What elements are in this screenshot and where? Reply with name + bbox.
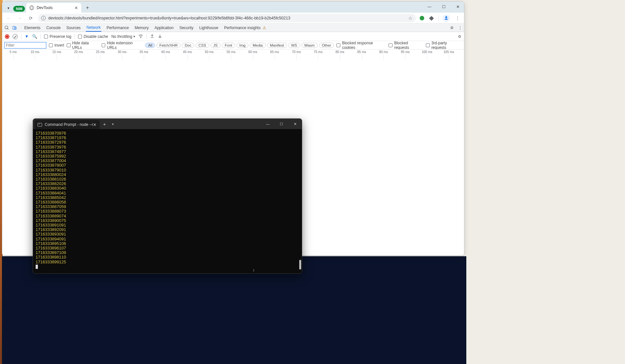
cmd-output[interactable]: 1716333870976171633387197617163338729761… <box>33 129 302 273</box>
nav-reload-button[interactable]: ⟳ <box>27 14 35 22</box>
timeline-tick-label: 60 ms <box>248 50 257 54</box>
extensions-puzzle-icon[interactable] <box>429 15 435 21</box>
hide-extension-urls-checkbox[interactable]: Hide extension URLs <box>102 41 143 50</box>
omnibox[interactable]: i devtools://devtools/bundled/inspector.… <box>38 14 416 22</box>
type-pill-font[interactable]: Font <box>222 43 235 48</box>
tab-performance[interactable]: Performance <box>106 24 130 32</box>
cmd-output-line: 1716333871976 <box>36 136 299 140</box>
cmd-cursor-line <box>36 264 299 269</box>
timeline-tick-label: 20 ms <box>74 50 83 54</box>
timeline-tick-label: 5 ms <box>10 50 17 54</box>
tab-sources[interactable]: Sources <box>66 24 81 32</box>
cmd-new-tab-button[interactable]: + <box>100 119 109 129</box>
tab-lighthouse[interactable]: Lighthouse <box>199 24 219 32</box>
network-conditions-icon[interactable] <box>138 34 143 39</box>
bookmark-star-icon[interactable]: ☆ <box>408 16 413 21</box>
nav-back-button[interactable]: ← <box>5 14 13 22</box>
new-tab-button[interactable]: + <box>83 4 92 12</box>
cmd-output-line: 1716333881026 <box>36 177 299 182</box>
clear-button[interactable] <box>13 34 18 39</box>
cmd-minimize-button[interactable]: — <box>261 119 275 129</box>
device-toolbar-icon[interactable] <box>12 25 17 30</box>
hide-data-urls-checkbox[interactable]: Hide data URLs <box>67 41 99 50</box>
cmd-titlebar[interactable]: Command Prompt - node --i ✕ + ▾ — ☐ ✕ <box>33 119 302 129</box>
cmd-scrollbar-thumb[interactable] <box>299 260 301 270</box>
blocked-cookies-checkbox[interactable]: Blocked response cookies <box>336 41 386 50</box>
cmd-tab-close-button[interactable]: ✕ <box>93 122 97 127</box>
timeline-tick-label: 90 ms <box>379 50 388 54</box>
cmd-output-line: 1716333884041 <box>36 191 299 195</box>
devtools-menu-button[interactable]: ⋮ <box>458 26 462 30</box>
timeline-tick-label: 75 ms <box>314 50 323 54</box>
cmd-output-line: 1716333893091 <box>36 232 299 237</box>
type-pill-all[interactable]: All <box>145 43 155 48</box>
type-pill-fetchxhr[interactable]: Fetch/XHR <box>156 43 180 48</box>
type-pill-css[interactable]: CSS <box>196 43 209 48</box>
search-icon[interactable]: 🔍 <box>32 34 37 39</box>
network-toolbar: ▼ 🔍 Preserve log Disable cache No thrott… <box>2 32 464 41</box>
import-har-icon[interactable] <box>150 34 154 39</box>
separator <box>146 34 147 39</box>
type-pill-doc[interactable]: Doc <box>182 43 194 48</box>
tab-security[interactable]: Security <box>179 24 194 32</box>
timeline-tick-label: 15 ms <box>52 50 61 54</box>
browser-tab-devtools[interactable]: DevTools ✕ <box>26 3 81 13</box>
filter-toggle-icon[interactable]: ▼ <box>25 34 29 39</box>
type-pill-wasm[interactable]: Wasm <box>301 43 318 48</box>
third-party-checkbox[interactable]: 3rd-party requests <box>426 41 462 50</box>
type-pill-ws[interactable]: WS <box>288 43 300 48</box>
inspect-element-icon[interactable] <box>4 25 9 30</box>
cmd-tab-dropdown[interactable]: ▾ <box>109 119 117 129</box>
tab-search-button[interactable]: ▾ <box>5 5 12 12</box>
window-minimize-button[interactable]: — <box>425 3 434 11</box>
type-pill-manifest[interactable]: Manifest <box>267 43 287 48</box>
network-filter-row: Invert Hide data URLs Hide extension URL… <box>2 41 464 50</box>
resize-handle-icon[interactable]: ↕ <box>253 268 255 272</box>
devtools-panel-tabs: Elements Console Sources Network Perform… <box>2 24 464 32</box>
window-close-button[interactable]: ✕ <box>453 3 463 11</box>
tab-elements[interactable]: Elements <box>24 24 41 32</box>
type-pill-other[interactable]: Other <box>319 43 334 48</box>
cmd-close-button[interactable]: ✕ <box>288 119 302 129</box>
svg-point-4 <box>141 37 141 38</box>
cmd-tab[interactable]: Command Prompt - node --i ✕ <box>34 120 100 129</box>
chrome-menu-button[interactable]: ⋮ <box>454 14 461 22</box>
nim-extension-badge[interactable]: NiM <box>13 6 25 12</box>
disable-cache-checkbox[interactable]: Disable cache <box>78 34 108 39</box>
timeline-tick-label: 50 ms <box>205 50 213 54</box>
invert-checkbox[interactable]: Invert <box>49 43 64 48</box>
extension-nim-icon[interactable] <box>419 15 425 21</box>
tab-performance-insights[interactable]: Performance insights <box>223 24 261 32</box>
timeline-tick-label: 35 ms <box>140 50 148 54</box>
cmd-maximize-button[interactable]: ☐ <box>275 119 288 129</box>
type-pill-js[interactable]: JS <box>210 43 221 48</box>
throttling-select[interactable]: No throttling▾ <box>111 34 135 39</box>
blocked-requests-checkbox[interactable]: Blocked requests <box>389 41 423 50</box>
network-settings-icon[interactable]: ⚙ <box>458 34 461 39</box>
cmd-window-controls: — ☐ ✕ <box>261 119 302 129</box>
export-har-icon[interactable] <box>158 34 162 39</box>
cmd-tab-title: Command Prompt - node --i <box>45 122 93 127</box>
tab-network[interactable]: Network <box>86 24 101 32</box>
preserve-log-checkbox[interactable]: Preserve log <box>44 34 71 39</box>
type-pill-media[interactable]: Media <box>250 43 266 48</box>
nav-forward-button[interactable]: → <box>16 14 24 22</box>
tab-memory[interactable]: Memory <box>134 24 149 32</box>
cmd-output-line: 1716333895106 <box>36 241 299 246</box>
tab-application[interactable]: Application <box>154 24 174 32</box>
timeline-tick-label: 25 ms <box>96 50 105 54</box>
cmd-output-line: 1716333882026 <box>36 182 299 186</box>
filter-input[interactable] <box>4 42 46 49</box>
tab-console[interactable]: Console <box>46 24 61 32</box>
site-info-icon[interactable]: i <box>41 16 46 20</box>
address-bar: ← → ⟳ i devtools://devtools/bundled/insp… <box>2 13 464 24</box>
timeline-tick-label: 85 ms <box>357 50 366 54</box>
terminal-icon <box>38 123 42 127</box>
close-tab-button[interactable]: ✕ <box>74 6 78 10</box>
record-button[interactable] <box>5 34 9 39</box>
globe-icon <box>29 6 34 10</box>
devtools-settings-icon[interactable]: ⚙ <box>450 26 454 30</box>
profile-avatar-icon[interactable] <box>443 15 450 22</box>
window-maximize-button[interactable]: ☐ <box>439 3 449 11</box>
type-pill-img[interactable]: Img <box>236 43 248 48</box>
